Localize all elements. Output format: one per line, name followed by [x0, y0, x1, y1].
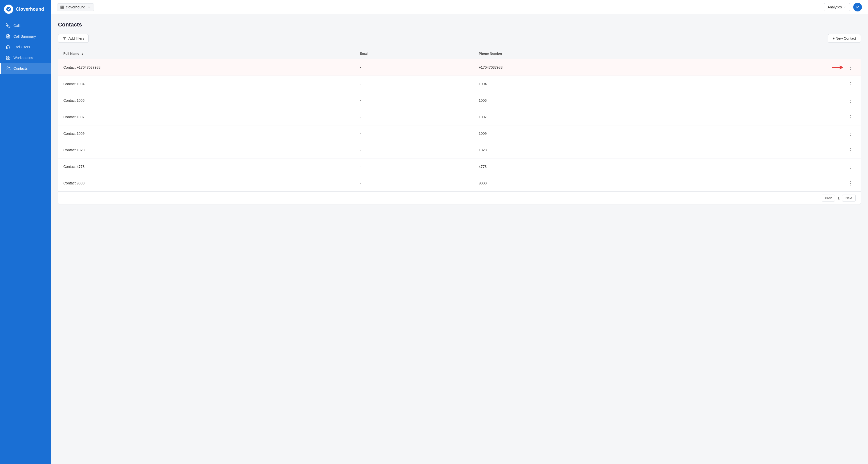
- sidebar-nav: Calls Call Summary End Users: [0, 18, 51, 76]
- row-actions-menu[interactable]: ⋮: [846, 96, 856, 104]
- svg-rect-4: [6, 56, 8, 57]
- row-actions-menu[interactable]: ⋮: [846, 80, 856, 88]
- sidebar-item-workspaces-label: Workspaces: [13, 56, 33, 60]
- filter-icon: [62, 36, 66, 40]
- new-contact-button[interactable]: + New Contact: [828, 34, 861, 43]
- row-actions-menu[interactable]: ⋮: [846, 63, 856, 71]
- current-page: 1: [837, 196, 839, 200]
- table-row: Contact 1020-1020⋮: [58, 142, 861, 158]
- table-row: Contact +17047037988-+17047037988 ⋮: [58, 59, 861, 76]
- sidebar-item-call-summary[interactable]: Call Summary: [0, 31, 51, 42]
- sidebar-item-calls[interactable]: Calls: [0, 20, 51, 31]
- prev-label: Prev: [825, 196, 832, 200]
- chevron-down-icon: [87, 5, 91, 9]
- row-actions-menu[interactable]: ⋮: [846, 179, 856, 187]
- svg-point-8: [7, 67, 8, 68]
- topbar: cloverhound Analytics P: [51, 0, 868, 14]
- cell-phone: 1006⋮: [474, 92, 861, 109]
- table-row: Contact 1009-1009⋮: [58, 125, 861, 142]
- add-filters-button[interactable]: Add filters: [58, 34, 89, 43]
- document-icon: [6, 34, 10, 39]
- sidebar: Cloverhound Calls Call Summary: [0, 0, 51, 464]
- building-icon: [60, 5, 64, 9]
- col-full-name-label: Full Name: [63, 52, 79, 56]
- cell-name: Contact 1004: [58, 76, 354, 92]
- grid-icon: [6, 56, 10, 60]
- row-actions-menu[interactable]: ⋮: [846, 162, 856, 171]
- workspace-selector[interactable]: cloverhound: [57, 3, 94, 11]
- new-contact-label: + New Contact: [833, 36, 856, 40]
- prev-button[interactable]: Prev: [822, 195, 835, 202]
- cell-phone: 4773⋮: [474, 158, 861, 175]
- cell-email: -: [354, 125, 474, 142]
- phone-icon: [6, 23, 10, 28]
- col-email-label: Email: [360, 52, 369, 56]
- col-full-name[interactable]: Full Name ▲: [58, 48, 354, 59]
- avatar[interactable]: P: [853, 3, 862, 11]
- next-label: Next: [845, 196, 852, 200]
- annotation-arrow: [832, 64, 844, 71]
- svg-rect-5: [9, 56, 10, 57]
- cell-email: -: [354, 109, 474, 125]
- cell-email: -: [354, 92, 474, 109]
- next-button[interactable]: Next: [842, 195, 856, 202]
- cell-name: Contact 1006: [58, 92, 354, 109]
- sidebar-item-calls-label: Calls: [13, 24, 21, 28]
- analytics-button[interactable]: Analytics: [824, 3, 850, 11]
- brand-name: Cloverhound: [16, 7, 44, 12]
- row-actions-menu[interactable]: ⋮: [846, 146, 856, 154]
- table-header-row: Full Name ▲ Email Phone Number: [58, 48, 861, 59]
- topbar-right: Analytics P: [824, 3, 862, 11]
- workspace-name: cloverhound: [66, 5, 85, 9]
- cell-phone: 1004⋮: [474, 76, 861, 92]
- toolbar: Add filters + New Contact: [58, 34, 861, 43]
- col-phone-label: Phone Number: [479, 52, 502, 56]
- cell-email: -: [354, 59, 474, 76]
- sidebar-item-call-summary-label: Call Summary: [13, 34, 36, 38]
- contacts-icon: [6, 66, 10, 71]
- pagination: Prev 1 Next: [58, 191, 861, 205]
- cell-name: Contact 1020: [58, 142, 354, 158]
- headset-icon: [6, 45, 10, 49]
- table-row: Contact 1007-1007⋮: [58, 109, 861, 125]
- cell-phone: 9000⋮: [474, 175, 861, 191]
- svg-rect-7: [6, 58, 8, 60]
- sidebar-item-workspaces[interactable]: Workspaces: [0, 53, 51, 63]
- svg-rect-6: [9, 58, 10, 60]
- svg-point-1: [8, 9, 9, 10]
- add-filters-label: Add filters: [68, 36, 84, 40]
- brand-logo[interactable]: Cloverhound: [0, 0, 51, 18]
- sidebar-item-end-users-label: End Users: [13, 45, 30, 49]
- cell-name: Contact +17047037988: [58, 59, 354, 76]
- table-row: Contact 9000-9000⋮: [58, 175, 861, 191]
- sidebar-item-contacts[interactable]: Contacts: [0, 63, 51, 74]
- cell-name: Contact 1009: [58, 125, 354, 142]
- cell-phone: 1009⋮: [474, 125, 861, 142]
- svg-rect-9: [61, 6, 64, 8]
- cell-phone: 1020⋮: [474, 142, 861, 158]
- cell-name: Contact 9000: [58, 175, 354, 191]
- table-row: Contact 1006-1006⋮: [58, 92, 861, 109]
- page-content: Contacts Add filters + New Contact: [51, 14, 868, 464]
- cell-name: Contact 4773: [58, 158, 354, 175]
- cell-email: -: [354, 175, 474, 191]
- row-actions-menu[interactable]: ⋮: [846, 113, 856, 121]
- col-phone: Phone Number: [474, 48, 861, 59]
- analytics-label: Analytics: [828, 5, 842, 9]
- table-row: Contact 1004-1004⋮: [58, 76, 861, 92]
- cell-phone: 1007⋮: [474, 109, 861, 125]
- avatar-label: P: [856, 5, 859, 9]
- cell-email: -: [354, 142, 474, 158]
- page-title: Contacts: [58, 21, 861, 28]
- row-actions-menu[interactable]: ⋮: [846, 129, 856, 137]
- sidebar-item-contacts-label: Contacts: [13, 66, 28, 70]
- cell-phone: +17047037988 ⋮: [474, 59, 861, 76]
- col-email: Email: [354, 48, 474, 59]
- cell-email: -: [354, 76, 474, 92]
- sort-icon: ▲: [81, 53, 84, 55]
- sidebar-item-end-users[interactable]: End Users: [0, 42, 51, 53]
- table-row: Contact 4773-4773⋮: [58, 158, 861, 175]
- contacts-table: Full Name ▲ Email Phone Number Contact +…: [58, 48, 861, 205]
- cell-name: Contact 1007: [58, 109, 354, 125]
- chevron-down-icon: [843, 6, 846, 9]
